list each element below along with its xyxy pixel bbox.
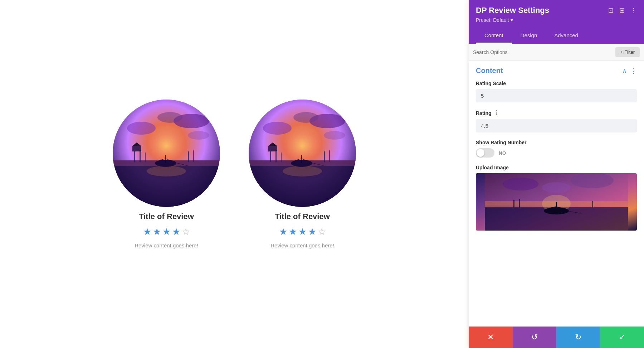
upload-image-preview[interactable]	[476, 173, 637, 231]
panel-header: DP Review Settings ⊡ ⊞ ⋮ Preset: Default…	[469, 0, 644, 44]
panel-title-row: DP Review Settings ⊡ ⊞ ⋮	[476, 6, 637, 15]
svg-point-47	[571, 173, 614, 188]
more-options-icon[interactable]: ⋮	[630, 6, 637, 14]
panel-preset[interactable]: Preset: Default ▾	[476, 17, 637, 23]
tab-design[interactable]: Design	[512, 28, 546, 44]
chevron-up-icon[interactable]: ∧	[622, 67, 627, 75]
review-card-1: Title of Review ★ ★ ★ ★ ☆ Review content…	[113, 100, 220, 248]
panel-content: Content ∧ ⋮ Rating Scale Rating ⋮ Show R…	[469, 61, 644, 327]
rating-label: Rating ⋮	[476, 110, 637, 116]
redo-icon: ↻	[575, 333, 581, 342]
show-rating-number-label: Show Rating Number	[476, 140, 637, 145]
svg-rect-32	[281, 153, 282, 162]
svg-rect-34	[329, 150, 330, 162]
svg-point-5	[188, 131, 209, 140]
action-bar: ✕ ↺ ↻ ✓	[469, 327, 644, 348]
svg-point-4	[157, 112, 182, 123]
svg-point-26	[324, 131, 345, 140]
undo-icon: ↺	[531, 333, 538, 342]
svg-rect-10	[140, 150, 141, 162]
review-title-1: Title of Review	[139, 212, 194, 221]
section-more-icon[interactable]: ⋮	[630, 67, 637, 75]
cancel-button[interactable]: ✕	[469, 327, 513, 348]
rating-scale-field: Rating Scale	[476, 81, 637, 102]
show-rating-toggle[interactable]	[476, 148, 494, 158]
review-text-2: Review content goes here!	[270, 242, 334, 248]
search-bar: + Filter	[469, 44, 644, 61]
svg-rect-13	[193, 150, 194, 162]
panel-title: DP Review Settings	[476, 6, 549, 15]
section-title: Content	[476, 67, 503, 75]
svg-point-8	[147, 166, 186, 177]
panel-tabs: Content Design Advanced	[476, 28, 637, 44]
svg-rect-35	[268, 146, 277, 151]
show-rating-number-field: Show Rating Number NO	[476, 140, 637, 158]
toggle-label: NO	[499, 150, 506, 156]
tab-advanced[interactable]: Advanced	[546, 28, 587, 44]
svg-rect-57	[592, 201, 593, 207]
svg-rect-31	[275, 150, 277, 162]
svg-rect-30	[270, 151, 271, 162]
svg-point-46	[503, 178, 538, 190]
rating-scale-input[interactable]	[476, 89, 637, 102]
svg-point-48	[542, 182, 571, 193]
tab-content[interactable]: Content	[476, 28, 512, 44]
review-title-2: Title of Review	[275, 212, 330, 221]
toggle-knob	[477, 149, 484, 157]
svg-rect-56	[519, 199, 520, 207]
svg-point-2	[127, 122, 156, 135]
redo-button[interactable]: ↻	[556, 327, 600, 348]
cancel-icon: ✕	[487, 333, 494, 342]
rating-scale-label: Rating Scale	[476, 81, 637, 86]
svg-rect-11	[145, 153, 146, 162]
undo-button[interactable]: ↺	[513, 327, 557, 348]
svg-rect-14	[132, 146, 141, 151]
save-icon: ✓	[619, 333, 625, 342]
search-input[interactable]	[473, 49, 613, 55]
svg-point-22	[281, 128, 324, 164]
filter-button[interactable]: + Filter	[615, 47, 640, 57]
star-rating-2: ★ ★ ★ ★ ☆	[279, 226, 326, 237]
target-icon[interactable]: ⊡	[608, 6, 614, 14]
review-image-1	[113, 100, 220, 207]
svg-rect-9	[134, 151, 135, 162]
settings-panel: DP Review Settings ⊡ ⊞ ⋮ Preset: Default…	[469, 0, 644, 348]
save-button[interactable]: ✓	[600, 327, 644, 348]
section-header-icons: ∧ ⋮	[622, 67, 637, 75]
review-card-2: Title of Review ★ ★ ★ ★ ☆ Review content…	[249, 100, 356, 248]
svg-point-23	[263, 122, 292, 135]
rating-dots-icon[interactable]: ⋮	[494, 110, 499, 116]
svg-point-1	[145, 128, 188, 164]
preview-area: Title of Review ★ ★ ★ ★ ☆ Review content…	[0, 0, 469, 348]
upload-image-field: Upload Image	[476, 165, 637, 231]
panel-title-icons: ⊡ ⊞ ⋮	[608, 6, 637, 14]
svg-point-29	[283, 166, 322, 177]
star-rating-1: ★ ★ ★ ★ ☆	[143, 226, 190, 237]
preset-arrow-icon: ▾	[511, 17, 513, 23]
rating-field: Rating ⋮	[476, 110, 637, 132]
toggle-row: NO	[476, 148, 637, 158]
review-image-2	[249, 100, 356, 207]
upload-image-label: Upload Image	[476, 165, 637, 170]
preset-label: Preset: Default	[476, 17, 509, 23]
svg-rect-33	[324, 151, 325, 162]
svg-point-25	[293, 112, 318, 123]
grid-icon[interactable]: ⊞	[619, 6, 625, 14]
rating-input[interactable]	[476, 119, 637, 132]
review-text-1: Review content goes here!	[135, 242, 198, 248]
svg-rect-12	[188, 151, 189, 162]
section-header: Content ∧ ⋮	[476, 67, 637, 75]
svg-rect-55	[513, 200, 514, 207]
